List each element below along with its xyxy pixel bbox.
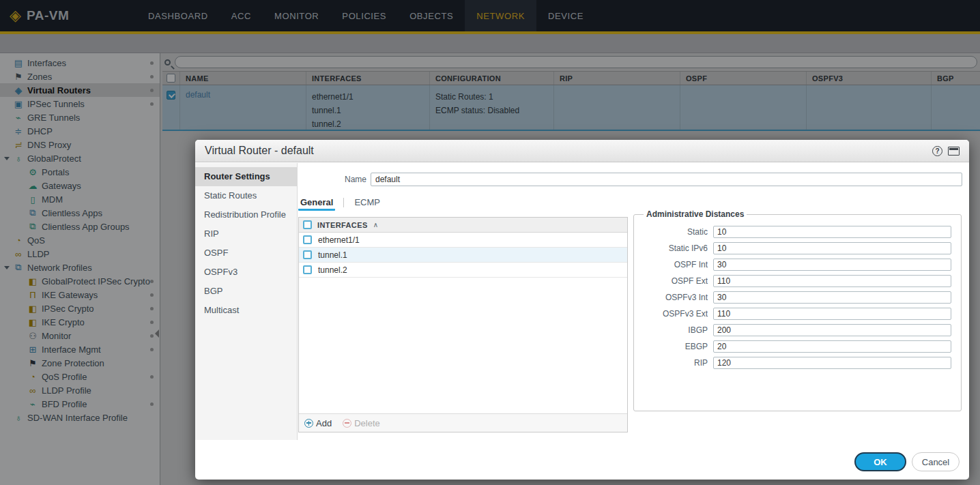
plus-circle-icon xyxy=(304,419,313,428)
interfaces-table: INTERFACES ∧ ethernet1/1tunnel.1tunnel.2… xyxy=(298,217,628,432)
dialog-nav-ospf[interactable]: OSPF xyxy=(195,244,297,263)
dialog-title: Virtual Router - default xyxy=(205,145,314,157)
interface-row-tunnel-2[interactable]: tunnel.2 xyxy=(299,263,627,278)
dialog-nav-redistribution-profile[interactable]: Redistribution Profile xyxy=(195,205,297,224)
admin-distance-row: Static xyxy=(639,226,955,238)
select-all-interfaces-checkbox[interactable] xyxy=(303,220,312,229)
delete-interface-button[interactable]: Delete xyxy=(343,418,380,428)
admin-distance-row: EBGP xyxy=(639,340,955,353)
administrative-distances-legend: Administrative Distances xyxy=(644,209,747,219)
admin-label-ospf-int: OSPF Int xyxy=(639,260,708,269)
admin-distance-row: Static IPv6 xyxy=(639,242,955,254)
interfaces-table-footer: Add Delete xyxy=(299,413,627,432)
interfaces-column-header[interactable]: INTERFACES xyxy=(317,221,368,229)
admin-input-ospfv3-ext[interactable] xyxy=(713,308,951,320)
dialog-nav-bgp[interactable]: BGP xyxy=(195,282,297,301)
interface-row-ethernet1-1[interactable]: ethernet1/1 xyxy=(299,233,627,248)
admin-input-ibgp[interactable] xyxy=(713,324,951,336)
cancel-button[interactable]: Cancel xyxy=(912,452,960,471)
dialog-nav-rip[interactable]: RIP xyxy=(195,224,297,244)
interface-checkbox[interactable] xyxy=(303,265,312,274)
virtual-router-name-input[interactable] xyxy=(371,173,962,186)
interface-name: tunnel.2 xyxy=(318,265,347,275)
admin-label-rip: RIP xyxy=(639,358,708,368)
dialog-nav-ospfv3[interactable]: OSPFv3 xyxy=(195,263,297,282)
admin-input-ospf-int[interactable] xyxy=(713,259,951,271)
virtual-router-dialog: Virtual Router - default ? Router Settin… xyxy=(195,140,969,480)
ok-button[interactable]: OK xyxy=(854,452,906,471)
admin-label-ospfv3-ext: OSPFv3 Ext xyxy=(639,309,708,319)
admin-distance-row: IBGP xyxy=(639,324,955,336)
interface-checkbox[interactable] xyxy=(303,250,312,259)
admin-distance-row: OSPF Int xyxy=(639,259,955,271)
admin-input-rip[interactable] xyxy=(713,357,951,369)
dialog-nav: Router SettingsStatic RoutesRedistributi… xyxy=(195,163,298,440)
dialog-title-bar: Virtual Router - default ? xyxy=(195,140,969,162)
dialog-nav-router-settings[interactable]: Router Settings xyxy=(195,167,297,186)
admin-input-ebgp[interactable] xyxy=(713,340,951,353)
admin-distance-row: OSPF Ext xyxy=(639,275,955,287)
admin-input-static-ipv6[interactable] xyxy=(713,242,951,254)
tab-general[interactable]: General xyxy=(298,194,335,211)
dialog-nav-multicast[interactable]: Multicast xyxy=(195,301,297,320)
interface-name: ethernet1/1 xyxy=(318,235,360,245)
interfaces-table-header: INTERFACES ∧ xyxy=(299,218,627,233)
admin-distance-row: OSPFv3 Int xyxy=(639,291,955,304)
add-interface-button[interactable]: Add xyxy=(304,418,332,428)
admin-label-ibgp: IBGP xyxy=(639,325,708,335)
admin-label-ebgp: EBGP xyxy=(639,342,708,351)
name-field-row: Name xyxy=(298,173,962,186)
admin-input-static[interactable] xyxy=(713,226,951,238)
dialog-body: Name General ECMP INTERFACES ∧ ethernet1… xyxy=(298,163,969,480)
tab-ecmp[interactable]: ECMP xyxy=(352,194,382,211)
admin-label-static: Static xyxy=(639,227,708,237)
help-icon[interactable]: ? xyxy=(932,146,942,156)
dialog-tabs: General ECMP xyxy=(298,194,382,211)
admin-input-ospf-ext[interactable] xyxy=(713,275,951,287)
add-label: Add xyxy=(316,418,332,428)
admin-label-ospfv3-int: OSPFv3 Int xyxy=(639,293,708,302)
delete-label: Delete xyxy=(354,418,380,428)
dialog-buttons: OK Cancel xyxy=(854,452,960,471)
admin-distance-row: RIP xyxy=(639,357,955,369)
admin-distance-row: OSPFv3 Ext xyxy=(639,308,955,320)
interface-name: tunnel.1 xyxy=(318,250,347,260)
maximize-icon[interactable] xyxy=(948,147,960,156)
tab-divider xyxy=(343,198,344,207)
interface-row-tunnel-1[interactable]: tunnel.1 xyxy=(299,248,627,263)
interface-checkbox[interactable] xyxy=(303,235,312,244)
admin-input-ospfv3-int[interactable] xyxy=(713,291,951,304)
administrative-distances-panel: Administrative Distances StaticStatic IP… xyxy=(633,209,962,411)
minus-circle-icon xyxy=(343,419,351,428)
dialog-nav-static-routes[interactable]: Static Routes xyxy=(195,186,297,205)
sort-ascending-icon[interactable]: ∧ xyxy=(373,221,378,229)
admin-label-ospf-ext: OSPF Ext xyxy=(639,276,708,286)
name-label: Name xyxy=(298,175,366,184)
admin-label-static-ipv6: Static IPv6 xyxy=(639,244,708,253)
